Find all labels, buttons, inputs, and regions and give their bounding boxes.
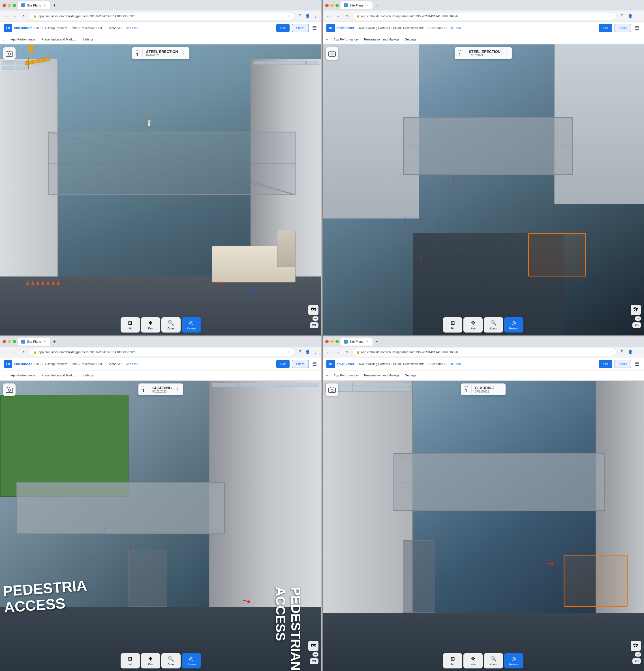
close-btn-br[interactable]: [325, 340, 329, 343]
breadcrumb-scenario-tl[interactable]: Scenario 1: [108, 26, 123, 30]
fit-btn-tr[interactable]: ⊞ Fit: [443, 317, 462, 332]
menu-markup-tr[interactable]: Presentation and Markup: [361, 37, 402, 42]
scene-view-icon-bl[interactable]: [3, 383, 15, 396]
map-indicator-bl[interactable]: 🗺: [308, 641, 318, 651]
expand-icon-tl[interactable]: »: [3, 37, 5, 42]
address-bar-br[interactable]: 🔒 app.cmbuilder.io/arcbuildingpartners/2…: [352, 348, 617, 356]
refresh-btn-br[interactable]: ↻: [343, 349, 350, 355]
extensions-icon-br[interactable]: ⠿: [619, 349, 626, 355]
tab-br[interactable]: Site Plans ✕: [341, 338, 373, 345]
menu-performance-bl[interactable]: App Performance: [8, 372, 38, 378]
review-btn-tl[interactable]: ◎ Review: [182, 317, 201, 332]
zoom-btn-tl[interactable]: 🔍 Zoom: [161, 317, 181, 332]
menu-markup-bl[interactable]: Presentation and Markup: [38, 372, 79, 378]
breadcrumb-scenario-bl[interactable]: Scenario 1: [108, 362, 123, 366]
breadcrumb-arc-tl[interactable]: ARC Building Partners: [36, 26, 67, 30]
hamburger-tr[interactable]: ☰: [633, 25, 640, 31]
new-tab-tr[interactable]: +: [374, 2, 380, 9]
edit-btn-tr[interactable]: Edit: [599, 24, 612, 32]
max-btn-tr[interactable]: [336, 4, 339, 7]
tab-tr[interactable]: Site Plans ✕: [341, 1, 373, 9]
tab-close-br[interactable]: ✕: [365, 340, 369, 344]
min-btn-tr[interactable]: [330, 4, 334, 7]
profile-icon-tr[interactable]: 👤: [627, 13, 633, 20]
more-icon-tr[interactable]: ⋮: [635, 13, 642, 20]
tab-close-tl[interactable]: ✕: [43, 3, 47, 7]
menu-settings-bl[interactable]: Settings: [79, 372, 97, 378]
back-btn-tr[interactable]: ←: [325, 13, 332, 20]
view-2d-tr[interactable]: 2D: [632, 322, 641, 328]
extensions-icon-tr[interactable]: ⠿: [619, 13, 626, 20]
share-btn-tr[interactable]: Share: [615, 24, 631, 32]
new-tab-bl[interactable]: +: [51, 338, 58, 345]
hamburger-tl[interactable]: ☰: [311, 25, 318, 31]
viewport-br[interactable]: ↘ ↑ mo 1 CLADDING 07/21/2023 ⋮: [323, 381, 644, 671]
scene-view-icon-tr[interactable]: [326, 47, 338, 60]
back-btn-tl[interactable]: ←: [2, 13, 9, 20]
max-btn-br[interactable]: [336, 340, 339, 343]
profile-icon-br[interactable]: 👤: [627, 349, 633, 355]
review-btn-bl[interactable]: ◎ Review: [182, 653, 201, 669]
close-btn-bl[interactable]: [2, 340, 6, 343]
address-bar-bl[interactable]: 🔒 app.cmbuilder.io/arcbuildingpartners/2…: [30, 348, 294, 356]
info-more-bl[interactable]: ⋮: [175, 387, 180, 392]
new-tab-br[interactable]: +: [374, 338, 380, 345]
viewport-tr[interactable]: ↑ ↑ ↓ ↓ ↑ ↓ mo 1 STEEL ERECTION 07/07/20…: [323, 45, 644, 335]
tab-close-bl[interactable]: ✕: [43, 340, 47, 344]
menu-settings-br[interactable]: Settings: [402, 372, 419, 378]
map-indicator-br[interactable]: 🗺: [631, 641, 641, 651]
menu-performance-br[interactable]: App Performance: [331, 372, 361, 378]
zoom-btn-bl[interactable]: 🔍 Zoom: [161, 653, 181, 669]
address-bar-tr[interactable]: 🔒 app.cmbuilder.io/arcbuildingpartners/2…: [352, 12, 617, 20]
viewport-bl[interactable]: ↘ ↑ ↓ ↑ PEDESTRIAACCESS PEDESTRIANACCESS…: [0, 381, 321, 671]
info-more-tr[interactable]: ⋮: [504, 51, 508, 56]
breadcrumb-scenario-br[interactable]: Scenario 1: [430, 362, 445, 366]
max-btn-tl[interactable]: [13, 4, 16, 7]
close-btn-tl[interactable]: [2, 4, 6, 7]
zoom-btn-tr[interactable]: 🔍 Zoom: [484, 317, 503, 332]
refresh-btn-tr[interactable]: ↻: [343, 13, 350, 20]
back-btn-br[interactable]: ←: [325, 349, 332, 355]
tab-close-tr[interactable]: ✕: [365, 3, 369, 7]
refresh-btn-tl[interactable]: ↻: [21, 13, 27, 20]
pan-btn-tr[interactable]: ✥ Pan: [463, 317, 483, 332]
close-btn-tr[interactable]: [325, 4, 329, 7]
menu-performance-tl[interactable]: App Performance: [8, 37, 38, 42]
info-more-tl[interactable]: ⋮: [181, 51, 186, 56]
map-indicator-tl[interactable]: 🗺: [308, 305, 318, 315]
menu-markup-br[interactable]: Presentation and Markup: [361, 372, 402, 378]
refresh-btn-bl[interactable]: ↻: [21, 349, 27, 355]
view-2d-tl[interactable]: 2D: [310, 322, 318, 328]
forward-btn-bl[interactable]: →: [12, 349, 18, 355]
min-btn-br[interactable]: [330, 340, 334, 343]
menu-settings-tr[interactable]: Settings: [402, 37, 419, 42]
max-btn-bl[interactable]: [13, 340, 16, 343]
tab-tl[interactable]: Site Plans ✕: [18, 1, 50, 9]
tab-bl[interactable]: Site Plans ✕: [18, 338, 50, 345]
min-btn-bl[interactable]: [8, 340, 11, 343]
back-btn-bl[interactable]: ←: [2, 349, 9, 355]
scene-view-icon-br[interactable]: [326, 383, 338, 396]
fit-btn-tl[interactable]: ⊞ Fit: [121, 317, 140, 332]
expand-icon-tr[interactable]: »: [326, 37, 328, 42]
breadcrumb-arc-bl[interactable]: ARC Building Partners: [36, 362, 67, 366]
more-icon-bl[interactable]: ⋮: [312, 349, 319, 355]
min-btn-tl[interactable]: [8, 4, 11, 7]
menu-settings-tl[interactable]: Settings: [79, 37, 97, 42]
map-indicator-tr[interactable]: 🗺: [631, 305, 641, 315]
fit-btn-br[interactable]: ⊞ Fit: [443, 653, 462, 669]
share-btn-tl[interactable]: Share: [292, 24, 308, 32]
pan-btn-tl[interactable]: ✥ Pan: [141, 317, 160, 332]
breadcrumb-arc-tr[interactable]: ARC Building Partners: [359, 26, 390, 30]
pan-btn-bl[interactable]: ✥ Pan: [141, 653, 160, 669]
forward-btn-tr[interactable]: →: [334, 13, 341, 20]
more-icon-tl[interactable]: ⋮: [312, 13, 319, 20]
view-2d-br[interactable]: 2D: [632, 658, 641, 664]
profile-icon-bl[interactable]: 👤: [304, 349, 311, 355]
breadcrumb-bnmc-bl[interactable]: BNMC Pedestrian Brid...: [71, 362, 104, 366]
new-tab-tl[interactable]: +: [51, 2, 58, 9]
edit-btn-bl[interactable]: Edit: [276, 360, 290, 368]
extensions-icon-bl[interactable]: ⠿: [296, 349, 303, 355]
breadcrumb-bnmc-br[interactable]: BNMC Pedestrian Brid...: [393, 362, 427, 366]
edit-btn-br[interactable]: Edit: [599, 360, 612, 368]
